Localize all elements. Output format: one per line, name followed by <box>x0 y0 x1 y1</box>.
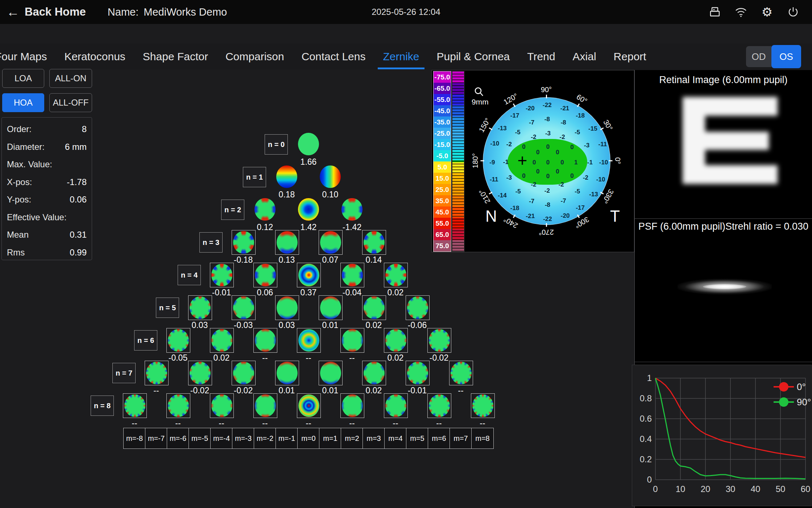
zernike-polynomial-thumb <box>364 231 385 254</box>
map-value-point: 0 <box>522 172 525 180</box>
zernike-cell-n5-m-3[interactable] <box>232 295 256 320</box>
zernike-cell-n5-m1[interactable] <box>319 295 343 320</box>
zernike-cell-n2-m2[interactable] <box>340 197 364 221</box>
zernike-cell-n5-m-5[interactable] <box>188 295 212 320</box>
zernike-coefficient-value: -- <box>419 418 459 428</box>
zernike-cell-n7-m5[interactable] <box>406 361 430 385</box>
zernike-polynomial-thumb <box>429 394 450 417</box>
zernike-cell-n6-m-4[interactable] <box>210 328 234 353</box>
zernike-cell-n7-m1[interactable] <box>319 361 343 385</box>
zernike-cell-n8-m6[interactable] <box>427 393 451 418</box>
map-value-point: -10 <box>596 176 605 183</box>
map-value-point: -17 <box>510 112 519 119</box>
angle-label-0: 0° <box>613 157 622 164</box>
zernike-cell-n8-m0[interactable] <box>297 393 321 418</box>
zernike-cell-n8-m-2[interactable] <box>253 393 277 418</box>
m-label-2: m=2 <box>341 428 363 449</box>
m-label--5: m=-5 <box>188 428 211 449</box>
zernike-cell-n5-m-1[interactable] <box>275 295 299 320</box>
zernike-cell-n6-m-2[interactable] <box>253 328 277 353</box>
mtf-chart-svg: 010203040506000.20.40.60.810°90° <box>632 365 811 506</box>
svg-text:0: 0 <box>647 475 652 484</box>
zernike-cell-n7-m7[interactable] <box>449 361 473 385</box>
cornea-map-disc: -22-20-21-17-18-8-7-8-13-15-5-5-3-2-2-10… <box>483 97 610 225</box>
map-value-point: -5 <box>575 188 580 195</box>
map-value-point: -22 <box>543 216 552 223</box>
zernike-polynomial-thumb <box>168 329 189 352</box>
zernike-cell-n6-m6[interactable] <box>427 328 451 353</box>
map-value-point: -8 <box>545 201 550 209</box>
zernike-cell-n4-m0[interactable] <box>297 263 321 287</box>
zernike-cell-n0-m0[interactable] <box>297 132 320 156</box>
zernike-polynomial-thumb <box>320 362 341 384</box>
zernike-cell-n6-m-6[interactable] <box>166 328 190 353</box>
zernike-polynomial-thumb <box>190 362 211 384</box>
m-label--8: m=-8 <box>123 428 146 449</box>
zernike-cell-n3-m-1[interactable] <box>275 230 299 255</box>
zernike-polynomial-thumb <box>320 165 341 188</box>
zernike-cell-n8-m8[interactable] <box>471 393 495 418</box>
zernike-polynomial-thumb <box>364 362 385 384</box>
zernike-cell-n8-m-4[interactable] <box>210 393 234 418</box>
cornea-map-panel: -75.0-65.0-55.0-45.0-35.0-25.0-15.0-5.05… <box>431 70 634 252</box>
zernike-cell-n8-m-6[interactable] <box>166 393 190 418</box>
zernike-polynomial-thumb <box>255 264 276 286</box>
map-value-point: -7 <box>529 119 534 126</box>
zernike-cell-n7-m-3[interactable] <box>232 361 256 385</box>
zernike-polynomial-thumb <box>255 329 276 352</box>
map-value-point: 0 <box>570 172 573 180</box>
angle-label-180: 180° <box>471 153 480 168</box>
zernike-cell-n7-m3[interactable] <box>362 361 386 385</box>
zernike-polynomial-thumb <box>385 394 406 417</box>
zernike-cell-n6-m0[interactable] <box>297 328 321 353</box>
zernike-cell-n2-m-2[interactable] <box>253 197 277 221</box>
zernike-cell-n4-m2[interactable] <box>340 263 364 287</box>
zernike-cell-n7-m-7[interactable] <box>145 361 169 385</box>
color-scale-block--5.0: -5.0 <box>434 150 451 161</box>
zernike-polynomial-thumb <box>146 362 167 384</box>
zernike-cell-n7-m-1[interactable] <box>275 361 299 385</box>
zernike-cell-n4-m4[interactable] <box>384 263 408 287</box>
zernike-cell-n6-m4[interactable] <box>384 328 408 353</box>
zernike-polynomial-thumb <box>342 394 363 417</box>
color-scale-block--65.0: -65.0 <box>434 83 451 94</box>
svg-text:30: 30 <box>726 484 736 494</box>
zernike-cell-n2-m0[interactable] <box>297 197 320 221</box>
map-value-point: -5 <box>515 129 521 136</box>
zernike-cell-n3-m3[interactable] <box>362 230 386 255</box>
map-value-point: -20 <box>526 105 535 112</box>
order-label-n4: n = 4 <box>178 265 201 285</box>
zernike-cell-n5-m5[interactable] <box>406 295 430 320</box>
psf-image-core <box>703 284 746 289</box>
map-cursor-crosshair: + <box>518 151 527 170</box>
map-zoom-label: 9mm <box>472 98 489 106</box>
map-value-point: -14 <box>498 192 507 199</box>
m-label-3: m=3 <box>362 428 385 449</box>
color-scale-block-55.0: 55.0 <box>434 218 451 229</box>
order-label-n5: n = 5 <box>156 298 179 318</box>
map-value-point: -10 <box>490 140 500 147</box>
color-scale-block--15.0: -15.0 <box>434 139 451 150</box>
zernike-polynomial-thumb <box>320 296 341 319</box>
zernike-polynomial-thumb <box>277 362 298 384</box>
zernike-cell-n3-m1[interactable] <box>319 230 343 255</box>
temporal-label: T <box>610 207 620 225</box>
map-value-point: -11 <box>598 141 607 148</box>
zernike-cell-n8-m4[interactable] <box>384 393 408 418</box>
zernike-cell-n5-m3[interactable] <box>362 295 386 320</box>
zernike-coefficient-value: -- <box>332 418 372 428</box>
divider <box>635 362 812 362</box>
map-value-point: -8 <box>544 116 550 123</box>
zernike-cell-n1-m1[interactable] <box>319 165 342 189</box>
zernike-cell-n4-m-4[interactable] <box>210 263 234 287</box>
map-value-point: -1 <box>503 159 509 166</box>
zernike-cell-n4-m-2[interactable] <box>253 263 277 287</box>
map-value-point: -2 <box>506 141 512 148</box>
zernike-cell-n8-m-8[interactable] <box>123 393 147 418</box>
zernike-cell-n7-m-5[interactable] <box>188 361 212 385</box>
zernike-cell-n6-m2[interactable] <box>340 328 364 353</box>
zernike-cell-n8-m2[interactable] <box>340 393 364 418</box>
zernike-cell-n3-m-3[interactable] <box>232 230 256 255</box>
zernike-cell-n1-m-1[interactable] <box>275 165 298 189</box>
map-value-point: -3 <box>584 142 589 149</box>
